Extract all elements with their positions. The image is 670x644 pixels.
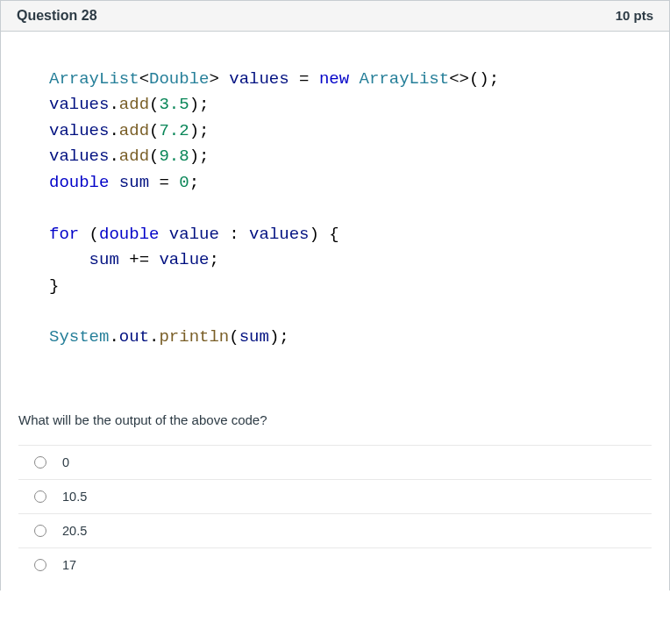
answer-option[interactable]: 20.5 xyxy=(18,513,652,547)
radio-icon[interactable] xyxy=(34,559,46,571)
question-title: Question 28 xyxy=(17,8,97,24)
radio-icon[interactable] xyxy=(34,490,46,503)
answer-label: 10.5 xyxy=(62,490,87,504)
radio-icon[interactable] xyxy=(34,456,46,469)
question-container: Question 28 10 pts ArrayList<Double> val… xyxy=(0,0,670,590)
question-header: Question 28 10 pts xyxy=(1,0,669,32)
answer-option[interactable]: 0 xyxy=(18,445,652,479)
question-body: ArrayList<Double> values = new ArrayList… xyxy=(1,32,669,590)
answer-option[interactable]: 10.5 xyxy=(18,479,652,513)
answer-label: 0 xyxy=(62,455,69,469)
answer-label: 20.5 xyxy=(62,524,87,538)
answer-option[interactable]: 17 xyxy=(18,547,652,582)
code-block: ArrayList<Double> values = new ArrayList… xyxy=(49,67,621,351)
radio-icon[interactable] xyxy=(34,525,46,537)
question-points: 10 pts xyxy=(616,8,653,23)
answer-list: 0 10.5 20.5 17 xyxy=(18,445,652,582)
answer-label: 17 xyxy=(62,558,76,572)
question-prompt: What will be the output of the above cod… xyxy=(18,412,621,427)
